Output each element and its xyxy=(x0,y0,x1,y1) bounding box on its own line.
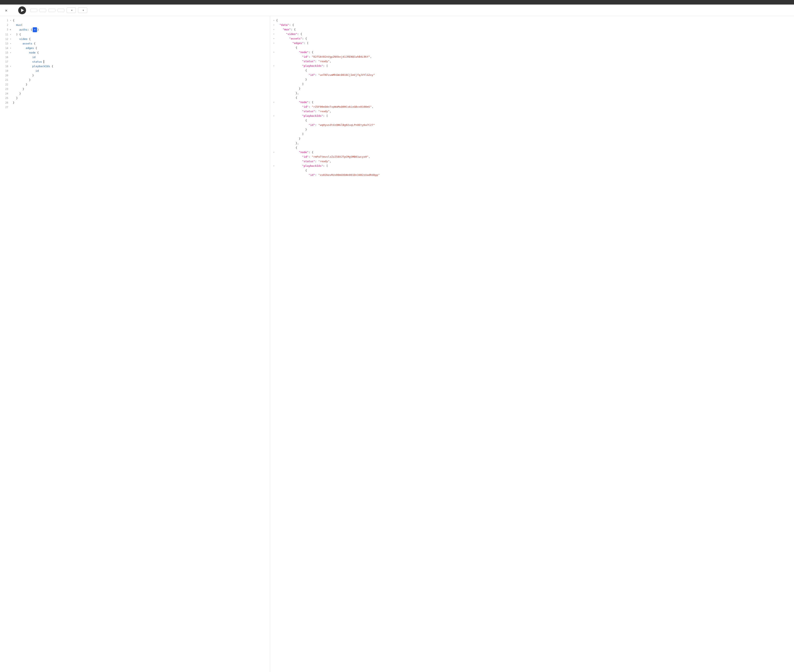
share-query-button[interactable]: ▾ xyxy=(78,8,87,13)
result-content: ] xyxy=(276,82,792,86)
result-line: }, xyxy=(270,91,794,96)
editor-line: 13 ▾ assets { xyxy=(0,41,270,46)
result-content: "mux": { xyxy=(276,27,792,32)
result-line: { xyxy=(270,96,794,100)
result-fold-arrow[interactable]: ▾ xyxy=(273,150,276,155)
result-fold-arrow[interactable]: ▾ xyxy=(273,36,276,41)
code-content: ) { xyxy=(13,32,268,37)
result-content: "id": "02fSAt02nVgp2NXknj41JRENQCwhB4L9k… xyxy=(276,54,792,59)
result-content: { xyxy=(276,68,792,73)
editor-line: 19 id xyxy=(0,69,270,73)
result-line: ▾ "playbackIds": [ xyxy=(270,64,794,68)
result-fold-arrow[interactable]: ▾ xyxy=(273,50,276,54)
result-line: "id": "wqHyusdtdzQNGlBg02uqLPnOEty6a7C27… xyxy=(270,123,794,127)
authentication-button[interactable]: ▾ xyxy=(67,8,76,13)
result-line: ▾ "assets": { xyxy=(270,36,794,41)
result-content: }, xyxy=(276,141,792,146)
result-content: } xyxy=(276,86,792,91)
main-content: 1 ▾ { 2 mux( 3 ▶ auths: {↔} 11 ▾ ) { 12 … xyxy=(0,16,794,672)
result-fold-arrow[interactable]: ▾ xyxy=(273,18,276,23)
editor-line: 27 xyxy=(0,105,270,109)
line-number: 20 xyxy=(2,73,8,78)
result-content: } xyxy=(276,127,792,132)
fold-arrow[interactable]: ▾ xyxy=(10,41,13,46)
result-line: "id": "02fSAt02nVgp2NXknj41JRENQCwhB4L9k… xyxy=(270,54,794,59)
history-button[interactable] xyxy=(39,9,47,12)
result-line: ▾ "node": { xyxy=(270,50,794,54)
result-line: "id": "unTKFzumMhGWcD016Cj1mVjfqJVYlG2oy… xyxy=(270,73,794,77)
result-fold-arrow[interactable]: ▾ xyxy=(273,100,276,104)
result-fold-arrow[interactable]: ▾ xyxy=(273,27,276,32)
result-line: { xyxy=(270,118,794,123)
code-content: status xyxy=(13,59,268,64)
code-content: } xyxy=(13,96,268,101)
code-content: mux( xyxy=(13,23,268,27)
result-content: "video": { xyxy=(276,32,792,36)
line-number: 12 xyxy=(2,37,8,41)
result-line: ▾ "data": { xyxy=(270,23,794,27)
editor-line: 16 id xyxy=(0,55,270,59)
code-content: edges { xyxy=(13,46,268,50)
authentication-dropdown-icon: ▾ xyxy=(71,9,72,11)
result-content: { xyxy=(276,96,792,100)
result-fold-arrow[interactable]: ▾ xyxy=(273,164,276,168)
result-line: { xyxy=(270,168,794,173)
line-number: 15 xyxy=(2,50,8,55)
line-number: 3 xyxy=(2,27,8,32)
fold-arrow[interactable]: ▾ xyxy=(10,18,13,23)
fold-arrow[interactable]: ▾ xyxy=(10,50,13,55)
result-content: "status": "ready", xyxy=(276,59,792,64)
prettify-button[interactable] xyxy=(30,9,37,12)
result-content: "id": "rmPaTtmvvlzZzZ58XJTpCMgSMB01wcyxH… xyxy=(276,155,792,159)
result-line: } xyxy=(270,86,794,91)
result-line: ▾ "playbackIds": [ xyxy=(270,114,794,118)
fold-arrow[interactable]: ▾ xyxy=(10,46,13,50)
fold-arrow[interactable]: ▾ xyxy=(10,37,13,41)
result-fold-arrow[interactable]: ▾ xyxy=(273,41,276,45)
result-line: ▾ "video": { xyxy=(270,32,794,36)
line-number: 16 xyxy=(2,55,8,59)
result-fold-arrow[interactable]: ▾ xyxy=(273,114,276,118)
fold-arrow[interactable]: ▶ xyxy=(10,27,13,32)
code-exporter-button[interactable] xyxy=(58,9,64,12)
explorer-button[interactable] xyxy=(48,9,55,12)
result-line: { xyxy=(270,68,794,73)
result-content: "status": "ready", xyxy=(276,159,792,164)
result-content: { xyxy=(276,146,792,150)
result-fold-arrow[interactable]: ▾ xyxy=(273,23,276,27)
fold-arrow[interactable]: ▾ xyxy=(10,32,13,37)
line-number: 26 xyxy=(2,101,8,105)
result-fold-arrow[interactable]: ▾ xyxy=(273,64,276,68)
result-content: "playbackIds": [ xyxy=(276,114,792,118)
result-fold-arrow[interactable]: ▾ xyxy=(273,32,276,36)
result-content: "node": { xyxy=(276,150,792,155)
close-icon: ✕ xyxy=(5,8,8,13)
result-line: ▾ "edges": [ xyxy=(270,41,794,45)
line-number: 1 xyxy=(2,18,8,23)
editor-line: 14 ▾ edges { xyxy=(0,46,270,50)
result-line: "id": "rmPaTtmvvlzZzZ58XJTpCMgSMB01wcyxH… xyxy=(270,155,794,159)
code-content: assets { xyxy=(13,41,268,46)
result-line: ] xyxy=(270,132,794,136)
result-line: "id": "xs02kevRUx00mUXbNn001Dn3402zUadRd… xyxy=(270,173,794,177)
result-content: "id": "unTKFzumMhGWcD016Cj1mVjfqJVYlG2oy… xyxy=(276,73,792,77)
line-number: 21 xyxy=(2,78,8,82)
line-number: 22 xyxy=(2,82,8,87)
line-number: 24 xyxy=(2,91,8,96)
result-line: ▾ { xyxy=(270,18,794,23)
result-content: }, xyxy=(276,91,792,96)
code-content: } xyxy=(13,87,268,91)
editor-line: 11 ▾ ) { xyxy=(0,32,270,37)
result-content: "node": { xyxy=(276,50,792,54)
result-content: { xyxy=(276,168,792,173)
result-line: } xyxy=(270,77,794,82)
editor-line: 18 ▾ playbackIds { xyxy=(0,64,270,69)
result-line: ▾ "node": { xyxy=(270,150,794,155)
result-content: "playbackIds": [ xyxy=(276,64,792,68)
close-button[interactable]: ✕ xyxy=(3,8,9,13)
fold-arrow[interactable]: ▾ xyxy=(10,64,13,69)
play-button[interactable] xyxy=(18,6,26,14)
line-number: 19 xyxy=(2,69,8,73)
editor-line: 25 } xyxy=(0,96,270,101)
result-panel: ▾ { ▾ "data": { ▾ "mux": { ▾ "video": { … xyxy=(270,16,794,672)
